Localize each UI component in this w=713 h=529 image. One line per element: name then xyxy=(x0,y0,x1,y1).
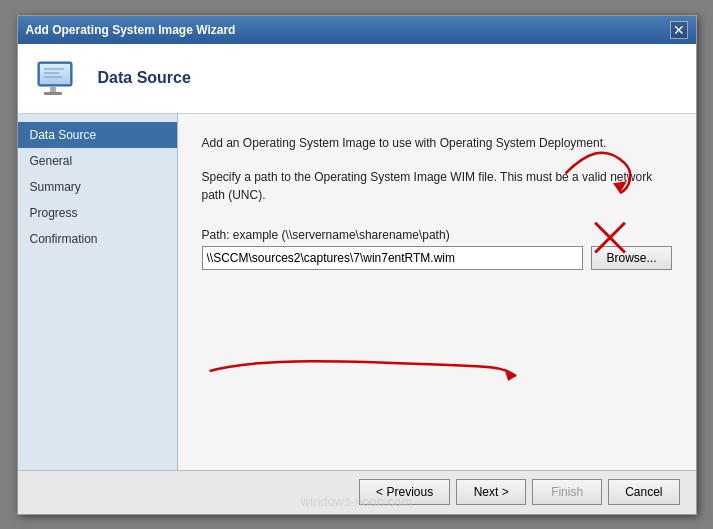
window-title: Add Operating System Image Wizard xyxy=(26,23,236,37)
close-button[interactable]: ✕ xyxy=(670,21,688,39)
browse-button[interactable]: Browse... xyxy=(591,246,671,270)
path-label: Path: example (\\servername\sharename\pa… xyxy=(202,228,672,242)
sidebar-item-general[interactable]: General xyxy=(18,148,177,174)
path-input[interactable] xyxy=(202,246,584,270)
header-area: Data Source xyxy=(18,44,696,114)
svg-marker-11 xyxy=(504,368,516,381)
header-icon xyxy=(34,54,82,102)
sidebar-item-data-source[interactable]: Data Source xyxy=(18,122,177,148)
description1: Add an Operating System Image to use wit… xyxy=(202,134,672,152)
svg-rect-6 xyxy=(44,72,59,74)
svg-rect-5 xyxy=(44,68,64,70)
content-area: Add an Operating System Image to use wit… xyxy=(178,114,696,470)
sidebar-item-progress[interactable]: Progress xyxy=(18,200,177,226)
sidebar-item-summary[interactable]: Summary xyxy=(18,174,177,200)
svg-rect-4 xyxy=(44,92,62,95)
svg-rect-7 xyxy=(44,76,62,78)
sidebar-item-confirmation[interactable]: Confirmation xyxy=(18,226,177,252)
cancel-button[interactable]: Cancel xyxy=(608,479,679,505)
title-bar: Add Operating System Image Wizard ✕ xyxy=(18,16,696,44)
wizard-window: Add Operating System Image Wizard ✕ xyxy=(17,15,697,515)
next-button[interactable]: Next > xyxy=(456,479,526,505)
main-content: Data Source General Summary Progress Con… xyxy=(18,114,696,470)
path-row: Browse... xyxy=(202,246,672,270)
sidebar: Data Source General Summary Progress Con… xyxy=(18,114,178,470)
previous-button[interactable]: < Previous xyxy=(359,479,450,505)
description2: Specify a path to the Operating System I… xyxy=(202,168,672,204)
svg-rect-3 xyxy=(50,86,56,92)
header-title: Data Source xyxy=(98,69,191,87)
finish-button[interactable]: Finish xyxy=(532,479,602,505)
footer-area: < Previous Next > Finish Cancel xyxy=(18,470,696,514)
